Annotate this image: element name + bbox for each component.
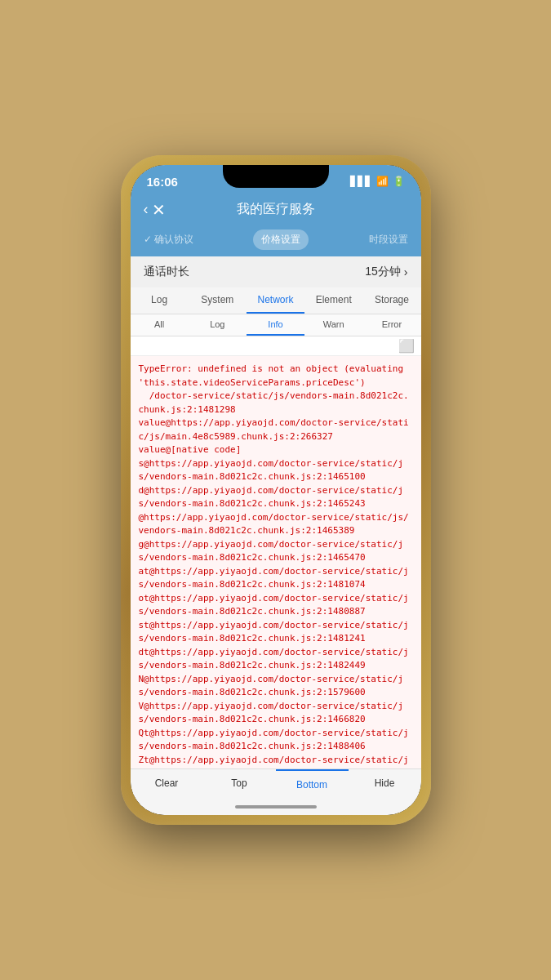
close-icon: ✕ bbox=[152, 200, 166, 220]
devtools-toolbar: ⬜ bbox=[131, 336, 421, 356]
battery-icon: 🔋 bbox=[393, 176, 405, 187]
step-confirm-label: ✓ 确认协议 bbox=[144, 233, 193, 247]
app-header: ‹ ✕ 我的医疗服务 bbox=[131, 194, 421, 225]
status-time: 16:06 bbox=[147, 175, 178, 189]
signal-icon: ▋▋▋ bbox=[350, 176, 372, 187]
btn-bottom[interactable]: Bottom bbox=[276, 769, 349, 799]
step-time: 时段设置 bbox=[369, 233, 408, 247]
devtools-main-tabs: Log System Network Element Storage bbox=[131, 287, 421, 314]
phone-device: 16:06 ▋▋▋ 📶 🔋 ‹ ✕ 我的医疗服务 ✓ 确认协议 bbox=[121, 155, 431, 825]
home-bar bbox=[235, 805, 317, 808]
step-time-label: 时段设置 bbox=[369, 233, 408, 247]
wifi-icon: 📶 bbox=[376, 176, 389, 187]
subtab-info[interactable]: Info bbox=[247, 314, 304, 336]
subtab-all[interactable]: All bbox=[131, 314, 189, 336]
step-price-label: 价格设置 bbox=[261, 233, 300, 247]
home-indicator bbox=[131, 799, 421, 815]
subtab-log[interactable]: Log bbox=[189, 314, 247, 336]
page-title: 我的医疗服务 bbox=[237, 201, 315, 218]
btn-top[interactable]: Top bbox=[203, 769, 276, 799]
call-duration-row[interactable]: 通话时长 15分钟 › bbox=[131, 256, 421, 287]
subtab-warn[interactable]: Warn bbox=[304, 314, 362, 336]
back-button[interactable]: ‹ ✕ bbox=[144, 200, 166, 220]
tab-network[interactable]: Network bbox=[247, 287, 304, 314]
tab-element[interactable]: Element bbox=[304, 287, 362, 314]
clear-icon[interactable]: ⬜ bbox=[398, 338, 415, 354]
step-confirm: ✓ 确认协议 bbox=[144, 233, 193, 247]
screen: 16:06 ▋▋▋ 📶 🔋 ‹ ✕ 我的医疗服务 ✓ 确认协议 bbox=[131, 165, 421, 815]
devtools-panel: Log System Network Element Storage All L… bbox=[131, 287, 421, 799]
phone-screen-container: 16:06 ▋▋▋ 📶 🔋 ‹ ✕ 我的医疗服务 ✓ 确认协议 bbox=[131, 165, 421, 815]
phone-notch bbox=[223, 165, 329, 188]
tab-storage[interactable]: Storage bbox=[362, 287, 420, 314]
btn-clear[interactable]: Clear bbox=[131, 769, 203, 799]
devtools-sub-tabs: All Log Info Warn Error bbox=[131, 314, 421, 336]
back-icon: ‹ bbox=[144, 201, 149, 218]
arrow-icon: › bbox=[404, 265, 408, 278]
status-icons: ▋▋▋ 📶 🔋 bbox=[350, 176, 405, 187]
tab-system[interactable]: System bbox=[189, 287, 247, 314]
step-price[interactable]: 价格设置 bbox=[253, 229, 309, 250]
devtools-bottom-bar: Clear Top Bottom Hide bbox=[131, 768, 421, 799]
call-duration-label: 通话时长 bbox=[144, 265, 189, 279]
error-text: TypeError: undefined is not an object (e… bbox=[139, 363, 413, 768]
steps-bar: ✓ 确认协议 价格设置 时段设置 bbox=[131, 225, 421, 256]
tab-log[interactable]: Log bbox=[131, 287, 189, 314]
call-duration-value: 15分钟 › bbox=[365, 265, 407, 279]
subtab-error[interactable]: Error bbox=[362, 314, 420, 336]
error-log-content[interactable]: TypeError: undefined is not an object (e… bbox=[131, 356, 421, 768]
btn-hide[interactable]: Hide bbox=[349, 769, 421, 799]
